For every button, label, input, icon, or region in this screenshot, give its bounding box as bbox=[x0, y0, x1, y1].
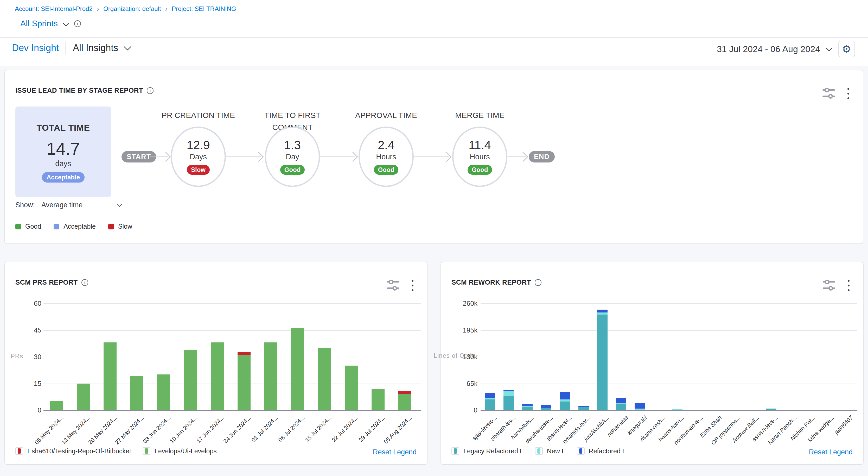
stage-circle-first-comment[interactable]: 1.3 Day Good bbox=[265, 126, 320, 187]
info-icon[interactable] bbox=[74, 20, 81, 27]
kebab-menu-icon[interactable] bbox=[846, 87, 850, 100]
bar-segment[interactable] bbox=[345, 365, 358, 410]
bar-segment[interactable] bbox=[238, 352, 251, 355]
x-tick-label: krina.vadga... bbox=[798, 414, 836, 452]
bar-segment[interactable] bbox=[77, 384, 90, 410]
stage-badge: Slow bbox=[187, 165, 210, 175]
bar-segment[interactable] bbox=[616, 403, 626, 404]
stage-circle-merge[interactable]: 11.4 Hours Good bbox=[452, 126, 507, 187]
y-tick-label: 0 bbox=[452, 406, 477, 414]
stage-circle-approval[interactable]: 2.4 Hours Good bbox=[359, 126, 414, 187]
chevron-down-icon[interactable] bbox=[124, 43, 131, 51]
legend-item[interactable]: Acceptable bbox=[54, 222, 96, 230]
bar-segment[interactable] bbox=[541, 408, 551, 410]
bar-segment[interactable] bbox=[579, 406, 589, 407]
breadcrumb-project[interactable]: Project: SEI TRAINING bbox=[172, 5, 236, 12]
bar-segment[interactable] bbox=[50, 401, 63, 410]
breadcrumb-organization[interactable]: Organization: default bbox=[103, 5, 161, 12]
legend-item[interactable]: Refactored L bbox=[577, 447, 626, 455]
x-tick-label: darshanpate... bbox=[517, 414, 555, 452]
total-time-badge: Acceptable bbox=[42, 172, 85, 182]
insight-name[interactable]: All Insights bbox=[73, 42, 118, 53]
bar-segment[interactable] bbox=[597, 313, 608, 315]
prs-chart-legend: Esha610/Testing-Repo-Of-BitbucketLevelop… bbox=[16, 447, 217, 455]
gridline bbox=[43, 330, 421, 331]
x-tick-label: ajay-levelo... bbox=[461, 414, 499, 452]
settings-button[interactable]: ⚙ bbox=[838, 40, 855, 57]
bar-segment[interactable] bbox=[672, 409, 682, 410]
header-divider bbox=[0, 37, 868, 38]
bar-segment[interactable] bbox=[398, 391, 411, 394]
bar-segment[interactable] bbox=[485, 399, 495, 410]
bar-segment[interactable] bbox=[184, 350, 197, 410]
bar-segment[interactable] bbox=[579, 407, 589, 410]
bar-segment[interactable] bbox=[616, 404, 626, 410]
bar-segment[interactable] bbox=[398, 394, 411, 410]
x-tick-label: sharath-lev... bbox=[479, 414, 517, 452]
legend-item[interactable]: Good bbox=[16, 222, 41, 230]
bar-segment[interactable] bbox=[130, 376, 143, 410]
reset-legend-link[interactable]: Reset Legend bbox=[373, 448, 416, 456]
bar-segment[interactable] bbox=[634, 409, 645, 410]
bar-segment[interactable] bbox=[522, 404, 533, 406]
dev-insight-link[interactable]: Dev Insight bbox=[12, 42, 59, 53]
filter-sliders-icon[interactable] bbox=[823, 88, 835, 99]
bar-segment[interactable] bbox=[503, 390, 514, 391]
legend-item[interactable]: Levelops/Ui-Levelops bbox=[143, 447, 217, 455]
chevron-down-icon[interactable] bbox=[62, 19, 69, 26]
flow-arrow bbox=[320, 156, 355, 157]
stage-unit: Hours bbox=[470, 153, 490, 161]
x-tick-label: nonhuman-le... bbox=[666, 414, 705, 452]
info-icon[interactable] bbox=[147, 87, 154, 94]
flow-end-pill: END bbox=[529, 151, 555, 162]
legend-item[interactable]: Legacy Refactored L bbox=[452, 447, 524, 455]
bar-segment[interactable] bbox=[560, 392, 570, 399]
bar-segment[interactable] bbox=[522, 407, 533, 410]
stage-unit: Hours bbox=[376, 153, 396, 161]
bar-segment[interactable] bbox=[541, 408, 551, 408]
stage-circle-pr-creation[interactable]: 12.9 Days Slow bbox=[171, 126, 226, 187]
reset-legend-link[interactable]: Reset Legend bbox=[809, 448, 852, 456]
sprint-selector[interactable]: All Sprints bbox=[20, 19, 58, 28]
bar-segment[interactable] bbox=[522, 406, 533, 407]
bar-segment[interactable] bbox=[318, 348, 331, 410]
bar-segment[interactable] bbox=[560, 399, 570, 401]
bar-segment[interactable] bbox=[597, 309, 608, 313]
legend-swatch bbox=[535, 447, 543, 455]
stage-badge: Good bbox=[280, 165, 305, 175]
legend-item[interactable]: Slow bbox=[108, 222, 132, 230]
bar-segment[interactable] bbox=[485, 398, 495, 399]
bar-segment[interactable] bbox=[579, 407, 589, 407]
bar-segment[interactable] bbox=[291, 328, 304, 410]
bar-segment[interactable] bbox=[211, 343, 224, 410]
date-range[interactable]: 31 Jul 2024 - 06 Aug 2024 bbox=[717, 44, 820, 54]
bar-segment[interactable] bbox=[541, 405, 551, 408]
bar-segment[interactable] bbox=[103, 343, 117, 410]
show-selector[interactable]: Show: Average time bbox=[16, 200, 125, 211]
legend-item[interactable]: New L bbox=[535, 447, 565, 455]
bar-segment[interactable] bbox=[265, 343, 277, 410]
chevron-down-icon[interactable] bbox=[826, 45, 832, 51]
bar-segment[interactable] bbox=[634, 403, 645, 409]
bar-segment[interactable] bbox=[503, 396, 514, 410]
chevron-right-icon: › bbox=[97, 6, 99, 12]
breadcrumb-account[interactable]: Account: SEI-Internal-Prod2 bbox=[15, 5, 93, 12]
bar-segment[interactable] bbox=[372, 389, 384, 410]
x-tick-label: justAkshitA... bbox=[573, 414, 611, 452]
flow-arrow bbox=[226, 156, 261, 157]
x-tick-label: OP (oppenhe... bbox=[704, 414, 742, 452]
gridline bbox=[480, 384, 857, 384]
bar-segment[interactable] bbox=[485, 393, 495, 398]
bar-segment[interactable] bbox=[157, 375, 170, 410]
bar-segment[interactable] bbox=[503, 391, 514, 396]
bar-segment[interactable] bbox=[616, 398, 626, 403]
prs-bar-chart: 01530456006 May 2024...13 May 2024...20 … bbox=[5, 262, 427, 464]
bar-segment[interactable] bbox=[560, 401, 570, 410]
bar-segment[interactable] bbox=[597, 315, 608, 410]
legend-item[interactable]: Esha610/Testing-Repo-Of-Bitbucket bbox=[16, 447, 131, 455]
bar-segment[interactable] bbox=[238, 355, 251, 410]
bar-segment[interactable] bbox=[766, 409, 776, 410]
stage-name: APPROVAL TIME bbox=[347, 109, 425, 121]
x-tick-label: Karan Panch... bbox=[760, 414, 798, 452]
rework-bar-chart: 065k130k195k260kajay-levelo...sharath-le… bbox=[441, 262, 863, 464]
